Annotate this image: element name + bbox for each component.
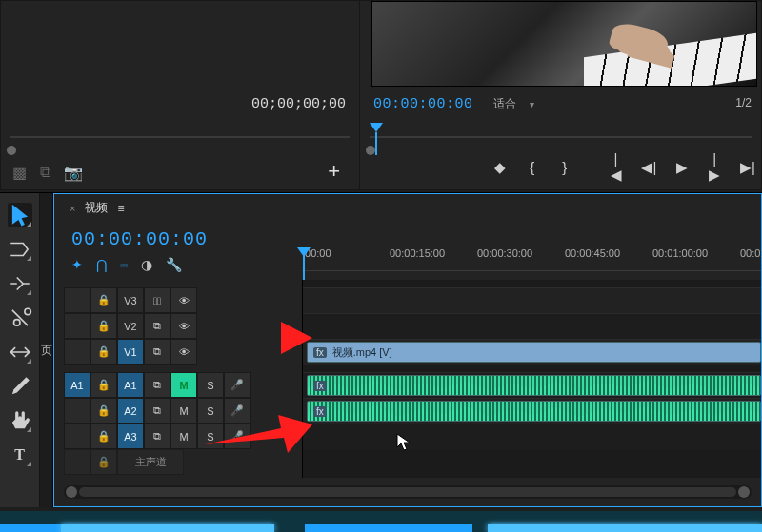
lock-icon[interactable]: 🔒 (90, 313, 117, 339)
hand-tool[interactable] (8, 408, 32, 433)
timeline-timecode[interactable]: 00:00:00:00 (71, 228, 208, 250)
toggle-output-icon[interactable]: ⧉ (144, 398, 170, 424)
program-time-ruler[interactable] (370, 123, 752, 146)
transport-controls: ◆ { } |◀ ◀| ▶ |▶ ▶| (493, 150, 755, 184)
track-label[interactable]: V2 (117, 313, 144, 339)
ripple-edit-tool[interactable] (8, 271, 32, 296)
export-frame-icon[interactable]: ▩ (12, 164, 27, 182)
mute-button[interactable]: M (170, 372, 197, 398)
ruler-tick: 00:01:15:00 (740, 247, 762, 259)
track-label[interactable]: V1 (117, 339, 144, 365)
add-button[interactable]: + (328, 159, 340, 184)
lock-icon[interactable]: 🔒 (90, 398, 117, 424)
solo-button[interactable]: S (197, 398, 224, 424)
timeline-toggles: ✦ ⋂ ⎓ ◑ 🔧 (71, 257, 182, 272)
slip-tool[interactable] (8, 340, 32, 365)
source-patch[interactable]: A1 (64, 372, 90, 398)
audio-clip-a1[interactable]: fx (307, 375, 761, 396)
toggle-output-icon[interactable]: �⃞ (144, 287, 170, 313)
lock-icon[interactable]: 🔒 (90, 372, 117, 398)
time-ruler[interactable]: :00:00 00:00:15:00 00:00:30:00 00:00:45:… (302, 247, 761, 276)
toggle-output-icon[interactable]: ⧉ (144, 313, 170, 339)
lock-icon[interactable]: 🔒 (90, 449, 117, 475)
close-icon[interactable]: × (70, 203, 75, 214)
source-monitor: 00;00;00;00 ▩ ⧉ 📷 + (0, 0, 360, 190)
tool-palette: T (0, 193, 40, 507)
solo-button[interactable]: S (197, 372, 224, 398)
mark-out-icon[interactable]: } (558, 159, 572, 175)
zoom-handle-right[interactable] (738, 486, 750, 498)
program-timecode[interactable]: 00:00:00:00 (373, 96, 473, 112)
track-label[interactable]: V3 (117, 287, 144, 313)
nest-toggle[interactable]: ✦ (71, 257, 83, 272)
eye-icon[interactable]: 👁 (170, 339, 197, 365)
panel-divider-label: 页 (41, 343, 52, 359)
source-time-ruler[interactable] (10, 123, 350, 146)
timeline-panel: × 视频 ≡ 00:00:00:00 ✦ ⋂ ⎓ ◑ 🔧 :00:00 00:0… (53, 193, 762, 507)
audio-clip-a2[interactable]: fx (307, 401, 761, 422)
toggle-output-icon[interactable]: ⧉ (144, 372, 170, 398)
camera-icon[interactable]: 📷 (64, 164, 83, 182)
sequence-tab[interactable]: × 视频 ≡ (70, 200, 124, 216)
zoom-handle-left[interactable] (66, 486, 77, 498)
insert-icon[interactable]: ⧉ (40, 164, 50, 182)
goto-out-icon[interactable]: ▶| (740, 159, 755, 176)
fx-badge: fx (313, 347, 327, 358)
tab-menu-icon[interactable]: ≡ (117, 202, 124, 215)
selection-tool[interactable] (8, 203, 32, 227)
voice-icon[interactable]: 🎤 (224, 372, 251, 398)
step-back-icon[interactable]: ◀| (641, 159, 656, 176)
mute-button[interactable]: M (170, 398, 197, 424)
goto-in-icon[interactable]: |◀ (610, 150, 623, 184)
sequence-name: 视频 (85, 200, 108, 216)
fx-badge: fx (313, 406, 327, 417)
track-label[interactable]: A3 (117, 424, 144, 449)
linked-selection-toggle[interactable]: ⎓ (120, 257, 128, 272)
voice-icon[interactable]: 🎤 (224, 398, 251, 424)
fx-badge: fx (313, 381, 327, 391)
resolution-label[interactable]: 1/2 (735, 96, 752, 109)
voice-icon[interactable]: 🎤 (224, 424, 251, 449)
mute-button[interactable]: M (170, 424, 197, 449)
zoom-fit-dropdown[interactable]: 适合 ▾ (493, 96, 534, 112)
program-preview (371, 1, 757, 87)
toggle-output-icon[interactable]: ⧉ (144, 424, 170, 449)
track-label: 主声道 (117, 449, 184, 475)
toggle-output-icon[interactable]: ⧉ (144, 339, 170, 365)
clips-area[interactable]: fx 视频.mp4 [V] fx fx (302, 280, 761, 478)
markers-toggle[interactable]: ◑ (141, 257, 152, 272)
marker-icon[interactable]: ◆ (493, 159, 507, 176)
lock-icon[interactable]: 🔒 (90, 339, 117, 365)
program-monitor: 00:00:00:00 适合 ▾ 1/2 ◆ { } |◀ ◀| ▶ |▶ ▶| (360, 0, 762, 190)
source-timecode: 00;00;00;00 (251, 96, 346, 112)
snap-toggle[interactable]: ⋂ (96, 257, 107, 272)
razor-tool[interactable] (8, 305, 32, 330)
step-fwd-icon[interactable]: |▶ (708, 150, 721, 184)
type-tool[interactable]: T (8, 443, 32, 467)
play-icon[interactable]: ▶ (675, 159, 689, 176)
lock-icon[interactable]: 🔒 (90, 287, 117, 313)
chevron-down-icon: ▾ (530, 99, 534, 109)
mark-in-icon[interactable]: { (526, 159, 539, 175)
panel-divider[interactable]: 页 (40, 193, 53, 507)
pen-tool[interactable] (8, 374, 32, 399)
ruler-tick: 00:00:45:00 (565, 247, 620, 259)
render-progress (0, 511, 762, 532)
eye-icon[interactable]: 👁 (170, 313, 197, 339)
ruler-tick: 00:01:00:00 (652, 247, 708, 259)
settings-icon[interactable]: 🔧 (166, 257, 182, 272)
lock-icon[interactable]: 🔒 (90, 424, 117, 449)
video-clip[interactable]: fx 视频.mp4 [V] (307, 342, 761, 363)
eye-icon[interactable]: 👁 (170, 287, 197, 313)
ruler-tick: 00:00:30:00 (477, 247, 532, 259)
timeline-hzoom[interactable] (64, 485, 752, 499)
track-select-tool[interactable] (8, 237, 32, 262)
clip-label: 视频.mp4 [V] (332, 345, 392, 360)
track-label[interactable]: A2 (117, 398, 144, 424)
solo-button[interactable]: S (197, 424, 224, 449)
track-label[interactable]: A1 (117, 372, 144, 398)
ruler-tick: 00:00:15:00 (390, 247, 445, 259)
